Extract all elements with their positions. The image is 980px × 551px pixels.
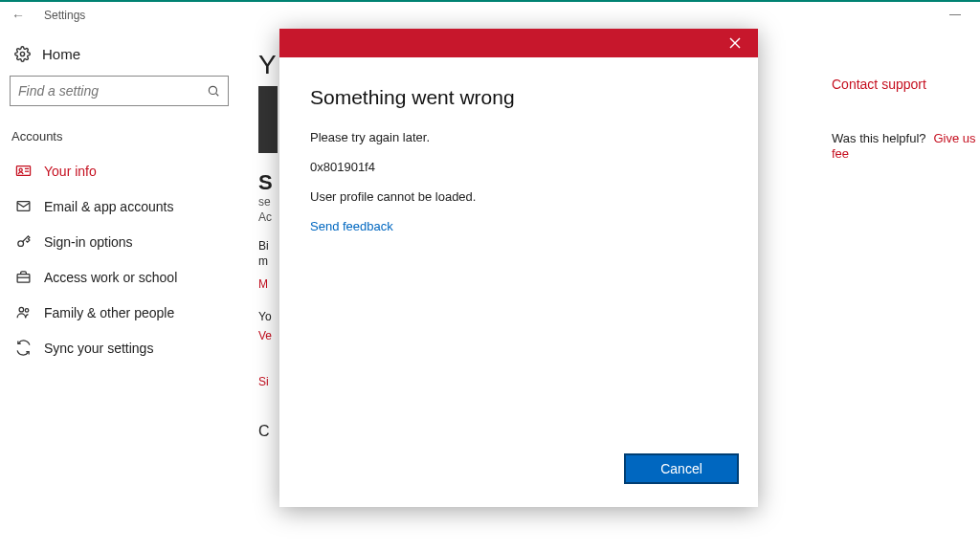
- person-card-icon: [15, 163, 36, 179]
- cancel-button[interactable]: Cancel: [624, 453, 739, 484]
- window-title: Settings: [44, 9, 85, 22]
- dialog-title: Something went wrong: [310, 86, 727, 109]
- text-fragment: S: [258, 170, 273, 195]
- sidebar-item-access-work[interactable]: Access work or school: [8, 259, 234, 295]
- sidebar-item-your-info[interactable]: Your info: [8, 153, 234, 188]
- text-fragment: Bi: [258, 239, 269, 253]
- svg-point-11: [19, 307, 24, 312]
- back-button[interactable]: ←: [11, 8, 25, 23]
- svg-line-2: [216, 94, 219, 97]
- sidebar-item-family[interactable]: Family & other people: [8, 295, 234, 330]
- right-rail: Contact support Was this helpful? Give u…: [832, 77, 980, 161]
- briefcase-icon: [15, 269, 36, 285]
- minimize-button[interactable]: —: [949, 8, 961, 21]
- svg-point-12: [25, 309, 29, 313]
- nav-label: Sync your settings: [44, 341, 153, 356]
- sidebar-item-sign-in[interactable]: Sign-in options: [8, 224, 234, 259]
- nav-label: Your info: [44, 164, 97, 179]
- dialog-footer: Cancel: [279, 438, 758, 507]
- people-icon: [15, 304, 36, 320]
- nav-label: Family & other people: [44, 305, 174, 320]
- helpful-label: Was this helpful?: [832, 131, 926, 145]
- dialog-detail: User profile cannot be loaded.: [310, 189, 727, 204]
- contact-support-link[interactable]: Contact support: [832, 77, 980, 92]
- sidebar: Home Accounts Your info Email & app acco…: [0, 29, 234, 365]
- link-fragment[interactable]: Si: [258, 375, 269, 388]
- dialog-body: Something went wrong Please try again la…: [279, 57, 758, 438]
- error-dialog: Something went wrong Please try again la…: [279, 29, 758, 507]
- sync-icon: [15, 340, 36, 356]
- text-fragment: m: [258, 254, 268, 268]
- nav-label: Sign-in options: [44, 234, 133, 250]
- svg-point-1: [209, 86, 216, 94]
- link-fragment[interactable]: M: [258, 277, 268, 291]
- dialog-message: Please try again later.: [310, 130, 727, 144]
- feedback-prompt: Was this helpful? Give us fee: [832, 130, 980, 161]
- home-button[interactable]: Home: [8, 38, 234, 76]
- search-input[interactable]: [18, 83, 207, 99]
- svg-rect-9: [17, 275, 30, 283]
- nav-label: Email & app accounts: [44, 199, 173, 214]
- text-fragment: Yo: [258, 310, 272, 323]
- svg-point-8: [18, 241, 24, 247]
- text-fragment: C: [258, 423, 270, 440]
- mail-icon: [15, 198, 36, 214]
- link-fragment[interactable]: Ve: [258, 329, 272, 342]
- text-fragment: Ac: [258, 210, 272, 224]
- gear-icon: [13, 46, 31, 62]
- text-fragment: se: [258, 195, 271, 209]
- sidebar-item-email-accounts[interactable]: Email & app accounts: [8, 188, 234, 224]
- key-icon: [15, 233, 36, 250]
- home-label: Home: [42, 46, 80, 62]
- dialog-header: [279, 29, 758, 57]
- search-field[interactable]: [10, 76, 229, 106]
- svg-point-4: [19, 168, 22, 171]
- avatar-fragment: [258, 86, 278, 153]
- nav-label: Access work or school: [44, 270, 177, 285]
- svg-point-0: [20, 52, 24, 55]
- search-icon: [207, 84, 220, 98]
- title-bar: ← Settings —: [0, 2, 980, 29]
- dialog-error-code: 0x801901f4: [310, 160, 727, 174]
- close-button[interactable]: [722, 35, 748, 51]
- send-feedback-link[interactable]: Send feedback: [310, 219, 727, 233]
- section-header-accounts: Accounts: [8, 123, 234, 153]
- sidebar-item-sync[interactable]: Sync your settings: [8, 330, 234, 365]
- page-title-truncated: Y: [258, 50, 277, 80]
